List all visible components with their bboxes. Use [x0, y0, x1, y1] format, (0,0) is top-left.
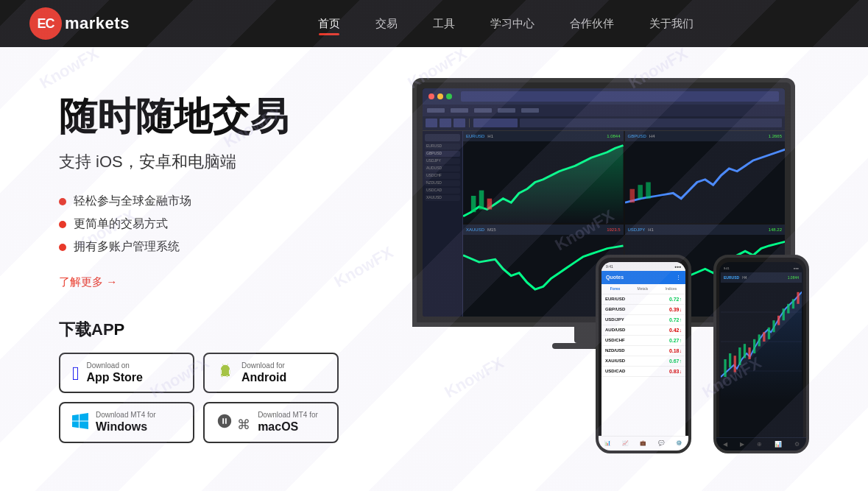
- nav-item-tools[interactable]: 工具: [433, 17, 455, 31]
- svg-rect-15: [753, 339, 755, 353]
- svg-rect-1: [479, 190, 484, 209]
- download-windows-button[interactable]: Download MT4 for Windows: [59, 402, 194, 442]
- svg-rect-20: [777, 315, 780, 325]
- android-icon: [216, 363, 234, 384]
- hero-title: 随时随地交易: [59, 95, 412, 139]
- hero-subtitle: 支持 iOS，安卓和电脑端: [59, 151, 412, 173]
- nav-item-partner[interactable]: 合作伙伴: [570, 17, 614, 31]
- download-macos-button[interactable]: ⌘ Download MT4 for macOS: [203, 402, 339, 442]
- bullet-item-2: 更简单的交易方式: [59, 216, 412, 232]
- nav-item-learn[interactable]: 学习中心: [490, 17, 534, 31]
- phone-right: 9:41●●● EURUSDH4 1.0844: [713, 255, 809, 453]
- bullet-text-3: 拥有多账户管理系统: [74, 239, 180, 255]
- svg-rect-2: [487, 198, 493, 209]
- bullet-dot-2: [59, 221, 66, 228]
- svg-rect-18: [768, 327, 770, 339]
- nav-link-partner[interactable]: 合作伙伴: [570, 17, 614, 32]
- macos-text: Download MT4 for macOS: [258, 411, 318, 434]
- download-android-button[interactable]: Download for Android: [203, 353, 339, 393]
- phone-right-body: 9:41●●● EURUSDH4 1.0844: [713, 255, 809, 453]
- svg-rect-23: [792, 299, 794, 308]
- phone-right-screen: 9:41●●● EURUSDH4 1.0844: [719, 262, 803, 446]
- bullet-text-1: 轻松参与全球金融市场: [74, 194, 191, 209]
- phone-left: 9:41 ●●● Quotes ⋮ Forex Metals Indices: [596, 255, 691, 453]
- svg-rect-5: [646, 182, 651, 198]
- android-text: Download for Android: [241, 361, 286, 384]
- svg-rect-24: [797, 292, 799, 303]
- svg-rect-21: [783, 308, 785, 320]
- svg-rect-0: [471, 196, 476, 212]
- nav-link-trade[interactable]: 交易: [375, 17, 398, 32]
- learn-more-link[interactable]: 了解更多 →: [59, 275, 117, 289]
- svg-rect-3: [629, 188, 635, 202]
- bullet-item-1: 轻松参与全球金融市场: [59, 194, 412, 209]
- macos-small-text: Download MT4 for: [258, 411, 318, 420]
- hero-section: 随时随地交易 支持 iOS，安卓和电脑端 轻松参与全球金融市场 更简单的交易方式…: [0, 47, 868, 491]
- windows-small-text: Download MT4 for: [96, 411, 156, 420]
- svg-rect-17: [763, 332, 765, 342]
- brand-name: markets: [65, 14, 130, 33]
- svg-rect-4: [638, 185, 643, 199]
- apple-icon: : [72, 364, 80, 383]
- hero-left: 随时随地交易 支持 iOS，安卓和电脑端 轻松参与全球金融市场 更简单的交易方式…: [59, 95, 412, 442]
- nav-item-home[interactable]: 首页: [318, 17, 340, 31]
- nav-link-tools[interactable]: 工具: [433, 17, 455, 32]
- phone-left-screen: 9:41 ●●● Quotes ⋮ Forex Metals Indices: [601, 262, 685, 446]
- nav-link-about[interactable]: 关于我们: [649, 17, 694, 32]
- windows-large-text: Windows: [96, 420, 156, 434]
- svg-rect-9: [724, 359, 726, 377]
- svg-rect-10: [729, 353, 731, 367]
- download-appstore-button[interactable]:  Download on App Store: [59, 353, 194, 393]
- appstore-text: Download on App Store: [87, 361, 143, 384]
- svg-rect-12: [738, 347, 741, 365]
- phone-left-body: 9:41 ●●● Quotes ⋮ Forex Metals Indices: [596, 255, 691, 453]
- android-small-text: Download for: [241, 361, 286, 370]
- download-grid:  Download on App Store Download for: [59, 353, 339, 442]
- svg-rect-22: [787, 303, 789, 313]
- bullet-item-3: 拥有多账户管理系统: [59, 239, 412, 255]
- appstore-large-text: App Store: [87, 370, 143, 384]
- windows-text: Download MT4 for Windows: [96, 411, 156, 434]
- macos-icon: ⌘: [216, 413, 250, 432]
- appstore-small-text: Download on: [87, 361, 143, 370]
- svg-rect-13: [744, 344, 746, 358]
- svg-rect-16: [758, 334, 761, 346]
- bullet-dot-1: [59, 198, 66, 205]
- android-large-text: Android: [241, 370, 286, 384]
- bullet-text-2: 更简单的交易方式: [74, 216, 168, 232]
- macos-large-text: macOS: [258, 420, 318, 434]
- bullet-list: 轻松参与全球金融市场 更简单的交易方式 拥有多账户管理系统: [59, 194, 412, 255]
- nav-links: 首页 交易 工具 学习中心 合作伙伴 关于我们: [174, 17, 839, 31]
- svg-rect-19: [772, 320, 775, 332]
- windows-icon: [72, 413, 88, 432]
- nav-item-about[interactable]: 关于我们: [649, 17, 694, 31]
- logo-icon: EC: [29, 7, 62, 40]
- bullet-dot-3: [59, 244, 66, 251]
- svg-rect-14: [748, 347, 750, 359]
- nav-item-trade[interactable]: 交易: [375, 17, 398, 31]
- nav-link-home[interactable]: 首页: [318, 17, 340, 32]
- download-section-title: 下载APP: [59, 319, 412, 341]
- svg-rect-11: [734, 356, 736, 372]
- hero-right: EURUSD GBPUSD USDJPY AUDUSD USDCHF NZDUS…: [412, 78, 824, 461]
- nav-link-learn[interactable]: 学习中心: [490, 17, 534, 32]
- logo-area[interactable]: EC markets: [29, 7, 130, 40]
- navbar: EC markets 首页 交易 工具 学习中心 合作伙伴 关于我们: [0, 0, 868, 47]
- download-section: 下载APP  Download on App Store: [59, 319, 412, 442]
